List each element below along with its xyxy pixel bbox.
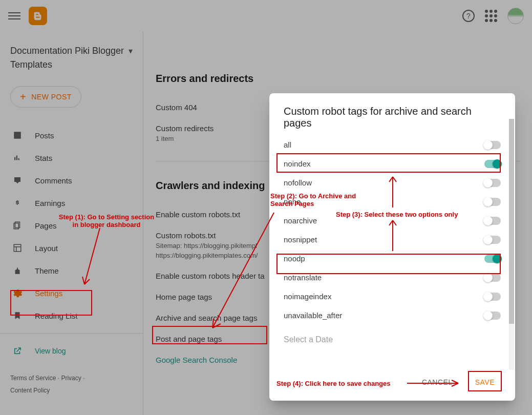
option-none: none: [284, 192, 501, 211]
select-date-field[interactable]: Select a Date: [284, 325, 501, 350]
dialog-body: all noindex nofollow none noarchive nosn…: [269, 135, 515, 368]
option-nosnippet: nosnippet: [284, 230, 501, 249]
toggle-nofollow[interactable]: [484, 179, 501, 187]
toggle-nosnippet[interactable]: [484, 236, 501, 244]
option-unavailable-after: unavailable_after: [284, 306, 501, 325]
option-all: all: [284, 135, 501, 154]
toggle-noodp[interactable]: [484, 255, 501, 263]
option-noarchive: noarchive: [284, 211, 501, 230]
dialog-title: Custom robot tags for archive and search…: [269, 93, 515, 135]
toggle-noindex[interactable]: [484, 160, 501, 168]
dialog-actions: CANCEL SAVE: [269, 368, 515, 401]
toggle-noimageindex[interactable]: [484, 293, 501, 301]
option-nofollow: nofollow: [284, 173, 501, 192]
scrollbar-thumb[interactable]: [509, 119, 514, 324]
toggle-noarchive[interactable]: [484, 217, 501, 225]
option-notranslate: notranslate: [284, 268, 501, 287]
toggle-unavailable-after[interactable]: [484, 312, 501, 320]
toggle-none[interactable]: [484, 198, 501, 206]
robot-tags-dialog: Custom robot tags for archive and search…: [269, 93, 515, 401]
toggle-notranslate[interactable]: [484, 274, 501, 282]
option-noodp: noodp: [284, 249, 501, 268]
save-button[interactable]: SAVE: [467, 374, 503, 390]
cancel-button[interactable]: CANCEL: [416, 374, 459, 390]
option-noimageindex: noimageindex: [284, 287, 501, 306]
toggle-all[interactable]: [484, 141, 501, 149]
option-noindex: noindex: [284, 154, 501, 173]
